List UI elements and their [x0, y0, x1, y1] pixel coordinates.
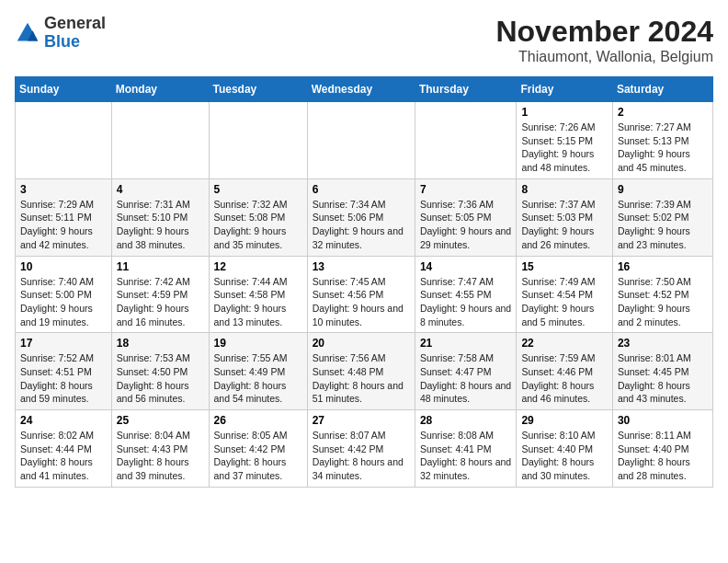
day-info: Sunrise: 8:02 AM Sunset: 4:44 PM Dayligh…: [20, 429, 107, 483]
calendar-table: SundayMondayTuesdayWednesdayThursdayFrid…: [15, 76, 713, 488]
day-info: Sunrise: 7:47 AM Sunset: 4:55 PM Dayligh…: [420, 275, 512, 329]
day-info: Sunrise: 7:26 AM Sunset: 5:15 PM Dayligh…: [521, 121, 607, 175]
day-number: 19: [214, 337, 302, 350]
day-info: Sunrise: 7:31 AM Sunset: 5:10 PM Dayligh…: [117, 198, 204, 252]
day-header-friday: Friday: [517, 77, 612, 102]
day-info: Sunrise: 7:55 AM Sunset: 4:49 PM Dayligh…: [214, 351, 302, 406]
calendar-day-20: 20Sunrise: 7:56 AM Sunset: 4:48 PM Dayli…: [307, 333, 415, 410]
day-number: 10: [20, 260, 107, 273]
calendar-empty-cell: [16, 102, 112, 179]
day-number: 20: [313, 337, 410, 350]
day-info: Sunrise: 8:08 AM Sunset: 4:41 PM Dayligh…: [420, 429, 512, 483]
day-number: 8: [521, 183, 607, 196]
day-info: Sunrise: 7:40 AM Sunset: 5:00 PM Dayligh…: [20, 275, 107, 329]
calendar-empty-cell: [111, 102, 209, 179]
calendar-header-row: SundayMondayTuesdayWednesdayThursdayFrid…: [16, 77, 713, 102]
day-header-saturday: Saturday: [612, 77, 712, 102]
calendar-day-18: 18Sunrise: 7:53 AM Sunset: 4:50 PM Dayli…: [111, 333, 209, 410]
calendar-day-1: 1Sunrise: 7:26 AM Sunset: 5:15 PM Daylig…: [517, 102, 612, 179]
day-info: Sunrise: 7:52 AM Sunset: 4:51 PM Dayligh…: [20, 351, 107, 406]
day-number: 22: [521, 337, 607, 350]
day-info: Sunrise: 7:29 AM Sunset: 5:11 PM Dayligh…: [20, 198, 107, 252]
calendar-empty-cell: [307, 102, 415, 179]
day-info: Sunrise: 7:45 AM Sunset: 4:56 PM Dayligh…: [313, 275, 410, 329]
day-info: Sunrise: 8:05 AM Sunset: 4:42 PM Dayligh…: [214, 429, 302, 483]
day-header-sunday: Sunday: [16, 77, 112, 102]
day-number: 23: [618, 337, 708, 350]
calendar-day-22: 22Sunrise: 7:59 AM Sunset: 4:46 PM Dayli…: [517, 333, 612, 410]
day-number: 24: [20, 414, 107, 427]
calendar-day-9: 9Sunrise: 7:39 AM Sunset: 5:02 PM Daylig…: [612, 178, 712, 256]
calendar-day-3: 3Sunrise: 7:29 AM Sunset: 5:11 PM Daylig…: [16, 178, 112, 256]
calendar-day-13: 13Sunrise: 7:45 AM Sunset: 4:56 PM Dayli…: [307, 256, 415, 333]
day-number: 6: [313, 183, 410, 196]
day-info: Sunrise: 8:07 AM Sunset: 4:42 PM Dayligh…: [313, 429, 410, 483]
calendar-day-29: 29Sunrise: 8:10 AM Sunset: 4:40 PM Dayli…: [517, 410, 612, 488]
calendar-week-row: 17Sunrise: 7:52 AM Sunset: 4:51 PM Dayli…: [16, 333, 713, 410]
day-number: 15: [521, 260, 607, 273]
calendar-day-12: 12Sunrise: 7:44 AM Sunset: 4:58 PM Dayli…: [209, 256, 307, 333]
calendar-day-16: 16Sunrise: 7:50 AM Sunset: 4:52 PM Dayli…: [612, 256, 712, 333]
day-info: Sunrise: 7:34 AM Sunset: 5:06 PM Dayligh…: [313, 198, 410, 252]
month-title: November 2024: [495, 15, 713, 49]
day-number: 3: [20, 183, 107, 196]
calendar-week-row: 24Sunrise: 8:02 AM Sunset: 4:44 PM Dayli…: [16, 410, 713, 488]
day-number: 1: [521, 106, 607, 119]
day-info: Sunrise: 7:53 AM Sunset: 4:50 PM Dayligh…: [117, 351, 204, 406]
calendar-day-11: 11Sunrise: 7:42 AM Sunset: 4:59 PM Dayli…: [111, 256, 209, 333]
day-number: 29: [521, 414, 607, 427]
day-number: 14: [420, 260, 512, 273]
day-number: 18: [117, 337, 204, 350]
day-number: 9: [618, 183, 708, 196]
calendar-empty-cell: [209, 102, 307, 179]
day-info: Sunrise: 7:58 AM Sunset: 4:47 PM Dayligh…: [420, 351, 512, 406]
day-info: Sunrise: 7:50 AM Sunset: 4:52 PM Dayligh…: [618, 275, 708, 329]
calendar-day-25: 25Sunrise: 8:04 AM Sunset: 4:43 PM Dayli…: [111, 410, 209, 488]
header: General Blue November 2024 Thiaumont, Wa…: [15, 15, 713, 65]
day-number: 30: [618, 414, 708, 427]
day-number: 25: [117, 414, 204, 427]
logo-text-general: General: [44, 15, 106, 33]
calendar-day-6: 6Sunrise: 7:34 AM Sunset: 5:06 PM Daylig…: [307, 178, 415, 256]
day-info: Sunrise: 7:27 AM Sunset: 5:13 PM Dayligh…: [618, 121, 708, 175]
day-info: Sunrise: 8:10 AM Sunset: 4:40 PM Dayligh…: [521, 429, 607, 483]
day-info: Sunrise: 8:04 AM Sunset: 4:43 PM Dayligh…: [117, 429, 204, 483]
day-info: Sunrise: 7:32 AM Sunset: 5:08 PM Dayligh…: [214, 198, 302, 252]
day-number: 17: [20, 337, 107, 350]
day-number: 11: [117, 260, 204, 273]
day-number: 7: [420, 183, 512, 196]
day-number: 16: [618, 260, 708, 273]
calendar-day-28: 28Sunrise: 8:08 AM Sunset: 4:41 PM Dayli…: [415, 410, 517, 488]
calendar-day-4: 4Sunrise: 7:31 AM Sunset: 5:10 PM Daylig…: [111, 178, 209, 256]
day-info: Sunrise: 7:37 AM Sunset: 5:03 PM Dayligh…: [521, 198, 607, 252]
logo: General Blue: [15, 15, 106, 52]
calendar-day-5: 5Sunrise: 7:32 AM Sunset: 5:08 PM Daylig…: [209, 178, 307, 256]
day-info: Sunrise: 7:42 AM Sunset: 4:59 PM Dayligh…: [117, 275, 204, 329]
calendar-day-10: 10Sunrise: 7:40 AM Sunset: 5:00 PM Dayli…: [16, 256, 112, 333]
day-number: 12: [214, 260, 302, 273]
day-info: Sunrise: 7:39 AM Sunset: 5:02 PM Dayligh…: [618, 198, 708, 252]
calendar-day-7: 7Sunrise: 7:36 AM Sunset: 5:05 PM Daylig…: [415, 178, 517, 256]
calendar-day-14: 14Sunrise: 7:47 AM Sunset: 4:55 PM Dayli…: [415, 256, 517, 333]
calendar-week-row: 3Sunrise: 7:29 AM Sunset: 5:11 PM Daylig…: [16, 178, 713, 256]
calendar-week-row: 1Sunrise: 7:26 AM Sunset: 5:15 PM Daylig…: [16, 102, 713, 179]
calendar-day-26: 26Sunrise: 8:05 AM Sunset: 4:42 PM Dayli…: [209, 410, 307, 488]
day-number: 28: [420, 414, 512, 427]
day-number: 27: [313, 414, 410, 427]
day-info: Sunrise: 7:49 AM Sunset: 4:54 PM Dayligh…: [521, 275, 607, 329]
day-info: Sunrise: 7:36 AM Sunset: 5:05 PM Dayligh…: [420, 198, 512, 252]
day-number: 13: [313, 260, 410, 273]
day-header-tuesday: Tuesday: [209, 77, 307, 102]
calendar-day-30: 30Sunrise: 8:11 AM Sunset: 4:40 PM Dayli…: [612, 410, 712, 488]
day-header-thursday: Thursday: [415, 77, 517, 102]
calendar-day-17: 17Sunrise: 7:52 AM Sunset: 4:51 PM Dayli…: [16, 333, 112, 410]
calendar-week-row: 10Sunrise: 7:40 AM Sunset: 5:00 PM Dayli…: [16, 256, 713, 333]
day-info: Sunrise: 8:11 AM Sunset: 4:40 PM Dayligh…: [618, 429, 708, 483]
day-info: Sunrise: 7:44 AM Sunset: 4:58 PM Dayligh…: [214, 275, 302, 329]
day-number: 5: [214, 183, 302, 196]
title-area: November 2024 Thiaumont, Wallonia, Belgi…: [495, 15, 713, 65]
calendar-day-8: 8Sunrise: 7:37 AM Sunset: 5:03 PM Daylig…: [517, 178, 612, 256]
day-number: 26: [214, 414, 302, 427]
day-number: 2: [618, 106, 708, 119]
day-header-monday: Monday: [111, 77, 209, 102]
